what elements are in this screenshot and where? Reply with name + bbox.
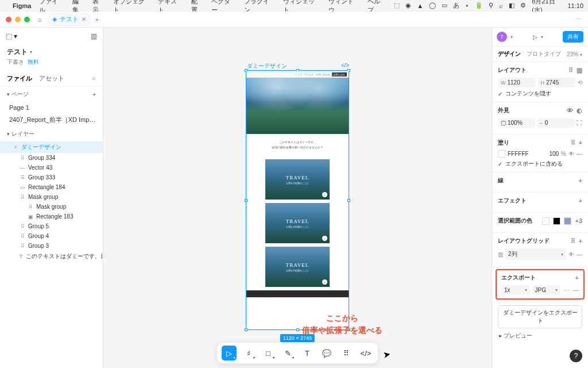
dev-mode-toggle[interactable]: </> — [358, 346, 373, 361]
file-tab[interactable]: ◈ テスト ✕ — [48, 13, 91, 26]
layer-item[interactable]: —Vector 43 — [0, 163, 103, 172]
color-swatch-blue[interactable] — [564, 217, 571, 225]
status-input-icon[interactable]: あ — [453, 1, 459, 10]
add-effect-button[interactable]: + — [579, 197, 582, 204]
color-swatch-black[interactable] — [553, 217, 560, 225]
shape-tool[interactable]: □▾ — [261, 346, 276, 361]
resize-handle[interactable] — [245, 328, 247, 331]
tab-design[interactable]: デザイン — [498, 50, 521, 58]
add-export-button[interactable]: + — [575, 274, 579, 281]
layer-item[interactable]: ⠿Group 4 — [0, 231, 103, 241]
help-button[interactable]: ? — [570, 350, 582, 362]
grid-select[interactable]: 2列▾ — [505, 248, 566, 260]
actions-tool[interactable]: ⠿ — [339, 346, 354, 361]
preview-toggle[interactable]: ▸ プレビュー — [492, 328, 588, 343]
clip-checkbox[interactable]: ✓ — [498, 91, 502, 97]
remove-fill-button[interactable]: — — [577, 151, 582, 157]
status-battery-icon[interactable]: 🔋 — [475, 2, 483, 9]
play-icon[interactable]: ▷ — [533, 34, 537, 40]
corner-field[interactable]: ⌐0 — [537, 118, 575, 128]
remove-grid-button[interactable]: — — [577, 251, 582, 258]
blend-icon[interactable]: ◐ — [577, 107, 582, 114]
layer-item[interactable]: ▣Rectangle 183 — [0, 212, 103, 221]
align-icon[interactable]: ⠿ — [568, 67, 573, 74]
status-control-icon[interactable]: ⚙ — [520, 2, 526, 9]
fill-pct[interactable]: 100 — [549, 151, 559, 157]
add-fill-button[interactable]: + — [579, 139, 582, 147]
status-user-icon[interactable]: ◧ — [509, 2, 514, 9]
selected-frame[interactable]: トップアクセスお問い合わせお申し込み このテキストはダミーです。 日頃の疲れを癒… — [246, 70, 349, 330]
status-play-icon[interactable]: ◯ — [429, 2, 436, 9]
frame-tool[interactable]: ♯▾ — [241, 346, 256, 361]
resize-handle[interactable] — [296, 328, 299, 331]
status-wifi-icon[interactable]: ⚲ — [489, 2, 493, 9]
fullscreen-window-button[interactable] — [24, 17, 30, 22]
layer-item[interactable]: ⠿Group 3 — [0, 241, 103, 251]
fill-hex[interactable]: FFFFFF — [508, 151, 547, 157]
share-button[interactable]: 共有 — [563, 31, 583, 43]
grid-type-icon[interactable]: ▥ — [498, 251, 503, 258]
move-tool[interactable]: ▷▾ — [222, 346, 237, 361]
add-stroke-button[interactable]: + — [579, 177, 582, 184]
resize-handle[interactable] — [347, 199, 350, 202]
status-app-icon[interactable]: ▲ — [417, 2, 423, 9]
visibility-icon[interactable]: 👁 — [567, 107, 573, 114]
pen-tool[interactable]: ✎▾ — [280, 346, 295, 361]
avatar-dropdown-icon[interactable]: ▾ — [510, 34, 513, 40]
text-tool[interactable]: T — [300, 346, 315, 361]
export-scale-select[interactable]: 1x▾ — [501, 285, 530, 295]
corner-detail-icon[interactable]: ⛶ — [577, 120, 582, 126]
resize-handle[interactable] — [245, 199, 247, 202]
autolayout-icon[interactable]: ▥ — [577, 67, 582, 74]
include-export-checkbox[interactable]: ✓ — [498, 161, 502, 167]
page-item[interactable]: Page 1 — [0, 102, 103, 113]
grid-visibility-icon[interactable]: 👁 — [568, 251, 574, 258]
status-figma-icon[interactable]: ⬚ — [394, 2, 400, 9]
status-bluetooth-icon[interactable]: ᛭ — [465, 2, 469, 9]
grid-styles-icon[interactable]: ⠿ — [571, 237, 575, 245]
frame-label[interactable]: ダミーデザイン — [247, 62, 287, 70]
dev-mode-icon[interactable]: </> — [341, 62, 349, 68]
fill-visibility-icon[interactable]: 👁 — [568, 151, 574, 157]
file-title[interactable]: テスト ▾ — [0, 45, 103, 58]
layer-item[interactable]: ⠿Group 333 — [0, 172, 103, 182]
panels-toggle-icon[interactable]: ▥ — [91, 32, 97, 40]
add-page-button[interactable]: + — [92, 91, 96, 98]
status-display-icon[interactable]: ▭ — [442, 2, 447, 9]
layers-label[interactable]: レイヤー — [11, 131, 34, 137]
comment-tool[interactable]: 💬 — [319, 346, 334, 361]
add-grid-button[interactable]: + — [579, 237, 582, 245]
status-search-icon[interactable]: ⌕ — [499, 2, 503, 9]
link-dimensions-icon[interactable]: ⟲ — [578, 79, 582, 86]
export-options-icon[interactable]: ⋯ — [563, 287, 571, 293]
layer-item[interactable]: ⠿Mask group — [0, 192, 103, 202]
remove-export-button[interactable]: — — [573, 287, 579, 293]
layer-frame[interactable]: ♯ダミーデザイン — [0, 141, 103, 153]
canvas[interactable]: ダミーデザイン </> トップアクセスお問い合わせお申し込み このテキストはダミ… — [103, 28, 492, 368]
width-field[interactable]: W1120 — [498, 78, 536, 87]
home-icon[interactable]: ⌂ — [38, 16, 42, 23]
layer-item[interactable]: ⠿Group 334 — [0, 153, 103, 163]
search-icon[interactable]: ⌕ — [92, 74, 96, 83]
avatar[interactable]: T — [497, 32, 507, 42]
status-line-icon[interactable]: ◉ — [405, 2, 411, 9]
pages-label[interactable]: ページ — [11, 91, 29, 97]
tab-prototype[interactable]: プロトタイプ — [527, 50, 561, 58]
color-swatch-white[interactable] — [542, 217, 550, 225]
file-free-badge[interactable]: 無料 — [28, 58, 39, 66]
menubar-app[interactable]: Figma — [13, 2, 31, 9]
close-window-button[interactable] — [6, 17, 11, 22]
layer-item[interactable]: ⠿Mask group — [0, 202, 103, 212]
play-dropdown-icon[interactable]: ▾ — [541, 34, 543, 40]
opacity-field[interactable]: ▢100% — [498, 118, 535, 128]
height-field[interactable]: H2745 — [538, 78, 576, 87]
layer-item[interactable]: ▭Rectangle 184 — [0, 182, 103, 192]
fill-swatch[interactable] — [498, 150, 505, 158]
menubar-time[interactable]: 11:10 — [567, 2, 583, 9]
styles-icon[interactable]: ⠿ — [571, 139, 575, 147]
zoom-level[interactable]: 23% ▾ — [567, 51, 582, 57]
more-colors[interactable]: +3 — [575, 217, 582, 225]
page-item[interactable]: 2407_Report_前半［XD Import］(30-Ju... — [0, 113, 103, 126]
layer-item[interactable]: Tこのテキストはダミーです。日... — [0, 251, 103, 262]
close-tab-icon[interactable]: ✕ — [82, 16, 86, 22]
